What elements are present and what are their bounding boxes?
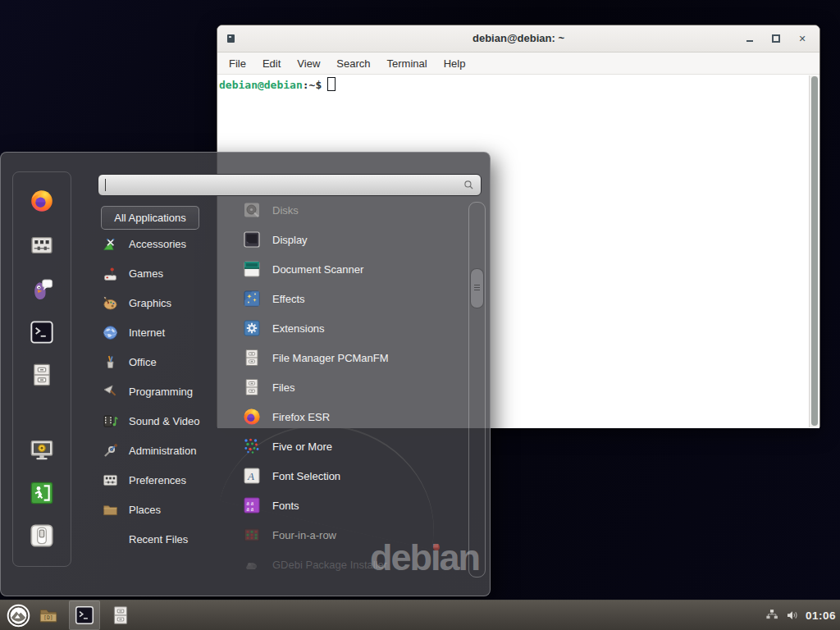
terminal-prompt: debian@debian:~$: [219, 77, 336, 92]
extensions-icon: [242, 318, 262, 338]
maximize-icon: [772, 34, 780, 43]
administration-icon: [102, 441, 120, 459]
category-label: Internet: [129, 326, 165, 339]
category-administration[interactable]: Administration: [98, 436, 221, 465]
sound-video-icon: [102, 412, 120, 430]
app-display[interactable]: Display: [237, 225, 463, 254]
taskbar-window-folder[interactable]: [D]: [33, 600, 64, 630]
menu-file[interactable]: File: [221, 55, 254, 72]
app-label: File Manager PCManFM: [272, 352, 389, 364]
close-button[interactable]: ✕: [797, 33, 808, 44]
app-label: Disks: [272, 204, 299, 217]
terminal-titlebar[interactable]: debian@debian: ~ ✕: [217, 25, 819, 52]
category-graphics[interactable]: Graphics: [98, 288, 221, 317]
category-label: Sound & Video: [129, 415, 200, 427]
menu-terminal[interactable]: Terminal: [379, 55, 436, 72]
app-label: Display: [272, 234, 308, 246]
svg-text:A: A: [247, 470, 254, 482]
category-label: Graphics: [129, 297, 171, 309]
app-label: Fonts: [272, 500, 299, 512]
minimize-icon: [746, 40, 753, 42]
favorite-firefox[interactable]: [25, 185, 58, 217]
accessories-icon: [102, 235, 120, 253]
shutdown-icon: [29, 523, 55, 549]
category-sound-video[interactable]: Sound & Video: [98, 406, 221, 436]
app-five-or-more[interactable]: Five or More: [237, 431, 463, 461]
category-recent-files[interactable]: Recent Files: [98, 524, 221, 554]
taskbar-window-terminal[interactable]: [69, 600, 100, 630]
favorite-control-panel[interactable]: [25, 229, 58, 262]
category-internet[interactable]: Internet: [98, 317, 221, 347]
menu-search[interactable]: Search: [328, 55, 378, 72]
app-firefox-esr[interactable]: Firefox ESR: [237, 402, 463, 431]
maximize-button[interactable]: [770, 33, 782, 44]
category-games[interactable]: Games: [98, 258, 221, 288]
taskbar: [D] 01:06: [0, 600, 840, 630]
category-label: Places: [129, 504, 161, 516]
app-label: Font Selection: [272, 470, 340, 482]
category-accessories[interactable]: Accessories: [98, 229, 221, 258]
lock-screen-icon: [29, 437, 55, 463]
fonts-icon: a aa a: [242, 495, 262, 515]
folder-icon: [D]: [38, 605, 59, 626]
menu-search-input[interactable]: [98, 174, 482, 196]
app-label: Five or More: [272, 441, 332, 453]
programming-icon: [102, 382, 120, 400]
app-disks[interactable]: Disks: [237, 195, 463, 225]
category-all-applications[interactable]: All Applications: [101, 206, 199, 230]
preferences-icon: [102, 471, 120, 489]
start-menu-icon: [7, 604, 30, 628]
document-scanner-icon: [242, 259, 262, 279]
minimize-button[interactable]: [744, 33, 756, 44]
terminal-menubar: FileEditViewSearchTerminalHelp: [217, 52, 819, 75]
watermark-i-dot: [433, 544, 440, 550]
category-icon-spacer: [102, 530, 120, 548]
app-font-selection[interactable]: AFont Selection: [237, 461, 463, 491]
application-list: DisksDisplayDocument ScannerEffectsExten…: [237, 195, 463, 579]
favorite-lock-screen[interactable]: [25, 434, 58, 467]
start-menu-button[interactable]: [3, 601, 33, 629]
taskbar-window-file-cabinet[interactable]: [105, 600, 136, 630]
office-icon: [102, 353, 120, 371]
prompt-suffix: :~$: [303, 79, 322, 91]
favorite-terminal[interactable]: [25, 316, 58, 349]
app-fonts[interactable]: a aa aFonts: [237, 491, 463, 520]
favorite-pidgin[interactable]: [25, 273, 58, 306]
app-label: Firefox ESR: [272, 411, 330, 423]
font-selection-icon: A: [242, 466, 262, 486]
favorite-logout[interactable]: [25, 477, 58, 509]
terminal-scrollbar-thumb[interactable]: [811, 76, 818, 426]
menu-edit[interactable]: Edit: [254, 55, 289, 72]
app-files[interactable]: Files: [237, 372, 463, 402]
category-programming[interactable]: Programming: [98, 377, 221, 406]
category-places[interactable]: Places: [98, 495, 221, 524]
application-menu: All Applications AccessoriesGamesGraphic…: [0, 152, 491, 596]
terminal-scrollbar[interactable]: [809, 75, 819, 427]
debian-watermark: debian: [370, 536, 479, 579]
favorite-shutdown[interactable]: [25, 519, 58, 552]
display-icon: [242, 230, 262, 249]
file-cabinet-icon: [242, 377, 262, 397]
category-preferences[interactable]: Preferences: [98, 465, 221, 495]
favorite-file-cabinet[interactable]: [25, 358, 58, 391]
logout-icon: [29, 480, 55, 506]
app-extensions[interactable]: Extensions: [237, 313, 463, 343]
network-icon[interactable]: [765, 608, 779, 623]
menu-scrollbar-thumb[interactable]: [470, 268, 484, 308]
menu-help[interactable]: Help: [436, 55, 474, 72]
app-file-manager-pcmanfm[interactable]: File Manager PCManFM: [237, 343, 463, 372]
five-or-more-icon: [242, 436, 262, 456]
app-effects[interactable]: Effects: [237, 284, 463, 313]
clock[interactable]: 01:06: [806, 609, 836, 622]
menu-view[interactable]: View: [289, 55, 328, 72]
category-label: Recent Files: [129, 533, 188, 546]
app-label: Document Scanner: [272, 263, 363, 276]
menu-scrollbar[interactable]: [468, 202, 486, 578]
app-document-scanner[interactable]: Document Scanner: [237, 254, 463, 284]
volume-icon[interactable]: [785, 608, 800, 623]
four-in-a-row-icon: [242, 525, 262, 545]
category-office[interactable]: Office: [98, 347, 221, 377]
internet-icon: [102, 323, 120, 341]
app-label: Extensions: [272, 322, 325, 335]
file-cabinet-icon: [242, 348, 262, 368]
